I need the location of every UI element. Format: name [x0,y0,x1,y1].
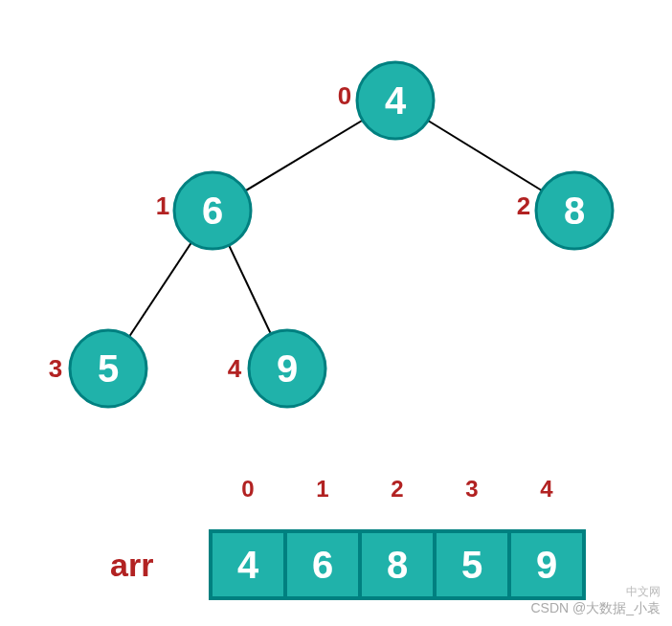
array-index-row: 01234 [241,476,553,502]
array-index-label: 2 [391,476,403,502]
array-cells: 46859 [211,531,584,598]
array-label: arr [110,547,153,583]
heap-diagram: 46859 01234 arr 01234 46859 中文网 CSDN @大数… [0,0,672,626]
array-cell-value: 6 [312,544,333,586]
array-cell-value: 5 [461,544,482,586]
watermark-line2: CSDN @大数据_小袁 [530,600,661,615]
tree-index-label: 3 [49,354,62,383]
watermark-line1: 中文网 [626,585,661,598]
array-index-label: 1 [316,476,328,502]
array-index-label: 0 [241,476,254,502]
array-cell-value: 4 [237,544,259,586]
tree-index-label: 2 [517,191,530,220]
array-index-label: 4 [540,476,553,502]
tree-node-value: 6 [202,190,223,232]
array-cell-value: 9 [536,544,557,586]
tree-edges [108,101,574,369]
tree-index-label: 0 [338,81,351,110]
array-index-label: 3 [465,476,478,502]
tree-nodes: 46859 [70,62,613,407]
array-cell-value: 8 [387,544,408,586]
tree-node-value: 8 [564,190,585,232]
tree-node-value: 5 [98,347,119,390]
tree-index-label: 1 [156,191,169,220]
tree-node-value: 9 [277,347,298,390]
tree-node-value: 4 [385,79,407,122]
tree-index-label: 4 [228,354,242,383]
array-representation: arr 01234 46859 [110,476,584,599]
